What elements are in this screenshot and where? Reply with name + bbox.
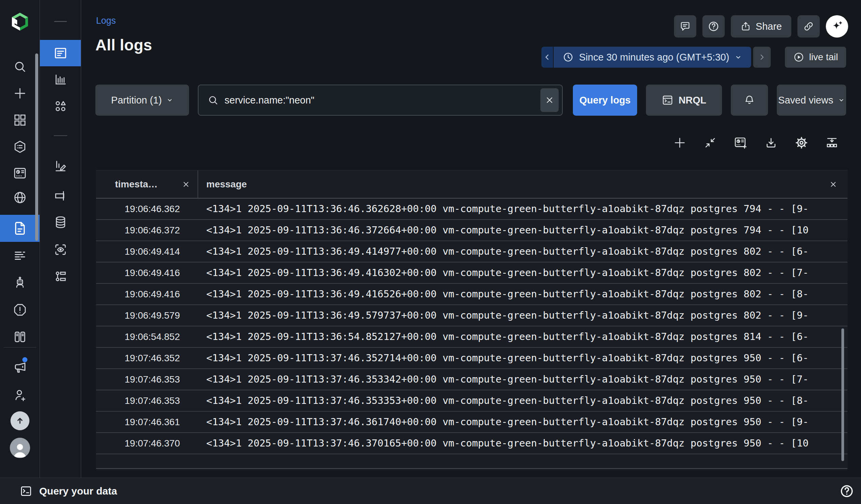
text-cursor-box-icon[interactable]: [40, 188, 81, 204]
rail-divider: [54, 135, 67, 136]
columns-icon[interactable]: [0, 329, 40, 345]
log-row-partial: [96, 454, 847, 469]
share-button[interactable]: Share: [731, 15, 791, 38]
logs-app-rail: [40, 0, 81, 478]
partition-label: Partition (1): [111, 95, 162, 106]
megaphone-icon[interactable]: [0, 359, 40, 376]
time-range-picker[interactable]: Since 30 minutes ago (GMT+5:30): [554, 47, 751, 68]
link-icon[interactable]: [797, 15, 820, 38]
search-icon[interactable]: [0, 58, 40, 75]
query-logs-button[interactable]: Query logs: [573, 84, 637, 116]
log-row[interactable]: 19:06:49.416 <134>1 2025-09-11T13:36:49.…: [96, 284, 847, 305]
log-table: timesta… message 19:06:46.362 <134>1 202…: [96, 170, 847, 470]
alert-octagon-icon[interactable]: [0, 302, 40, 318]
avatar[interactable]: [0, 438, 40, 458]
log-row[interactable]: 19:06:49.416 <134>1 2025-09-11T13:36:49.…: [96, 262, 847, 284]
clock-icon: [562, 51, 574, 63]
column-divider: [197, 171, 198, 198]
cell-timestamp: 19:06:49.416: [96, 262, 197, 283]
list-box-icon[interactable]: [40, 40, 81, 66]
column-header-timestamp[interactable]: timesta…: [96, 179, 197, 190]
robot-icon[interactable]: [0, 275, 40, 291]
breadcrumb[interactable]: Logs: [96, 16, 116, 26]
cell-message: <134>1 2025-09-11T13:36:46.362628+00:00 …: [197, 199, 847, 219]
bar-chart-icon[interactable]: [40, 71, 81, 87]
hexagon-list-icon[interactable]: [0, 139, 40, 155]
chart-pencil-icon[interactable]: [40, 158, 81, 174]
log-search-box[interactable]: [198, 84, 563, 116]
log-row[interactable]: 19:07:46.353 <134>1 2025-09-11T13:37:46.…: [96, 390, 847, 412]
log-row[interactable]: 19:06:46.362 <134>1 2025-09-11T13:36:46.…: [96, 199, 847, 220]
share-label: Share: [756, 21, 782, 32]
log-row[interactable]: 19:06:49.579 <134>1 2025-09-11T13:36:49.…: [96, 305, 847, 326]
column-header-message[interactable]: message: [197, 179, 847, 190]
cell-timestamp: 19:06:49.579: [96, 305, 197, 326]
log-row[interactable]: 19:07:46.361 <134>1 2025-09-11T13:37:46.…: [96, 412, 847, 433]
help-circle-icon[interactable]: [839, 484, 854, 499]
log-table-header: timesta… message: [96, 171, 847, 199]
arrow-up-circle-icon[interactable]: [0, 411, 40, 430]
nrql-button[interactable]: NRQL: [646, 84, 722, 116]
collapse-icon[interactable]: [703, 135, 718, 150]
cell-timestamp: 19:06:49.414: [96, 241, 197, 262]
gear-icon[interactable]: [794, 135, 809, 150]
help-icon[interactable]: [702, 15, 725, 38]
query-logs-label: Query logs: [579, 95, 631, 106]
saved-views-dropdown[interactable]: Saved views: [777, 84, 846, 116]
cell-message: <134>1 2025-09-11T13:37:46.353353+00:00 …: [197, 390, 847, 411]
main-content: Logs All logs Share: [81, 0, 861, 478]
log-row[interactable]: 19:07:46.353 <134>1 2025-09-11T13:37:46.…: [96, 369, 847, 390]
clear-search-icon[interactable]: [541, 88, 559, 112]
notification-dot: [22, 357, 27, 362]
timestamp-column-label: timesta…: [115, 179, 158, 190]
cell-message: <134>1 2025-09-11T13:37:46.352714+00:00 …: [197, 348, 847, 368]
list-lines-icon[interactable]: [0, 248, 40, 264]
plus-icon[interactable]: [0, 85, 40, 101]
top-actions: Share: [674, 15, 848, 38]
person-add-icon[interactable]: [0, 387, 40, 403]
log-row[interactable]: 19:06:46.372 <134>1 2025-09-11T13:36:46.…: [96, 220, 847, 241]
cell-message: <134>1 2025-09-11T13:36:49.579737+00:00 …: [197, 305, 847, 326]
dashboard-icon[interactable]: [0, 165, 40, 181]
table-toolbar: [672, 135, 839, 150]
log-row[interactable]: 19:06:49.414 <134>1 2025-09-11T13:36:49.…: [96, 241, 847, 262]
filter-bar: Partition (1) Query logs NRQL Sa: [95, 84, 846, 116]
grid-icon[interactable]: [0, 112, 40, 128]
live-tail-button[interactable]: live tail: [785, 47, 846, 68]
message-column-label: message: [206, 179, 247, 190]
eye-scan-icon[interactable]: [40, 242, 81, 258]
split-columns-icon[interactable]: [824, 135, 839, 150]
download-icon[interactable]: [764, 135, 778, 150]
database-icon[interactable]: [40, 214, 81, 230]
cell-message: <134>1 2025-09-11T13:36:49.414977+00:00 …: [197, 241, 847, 262]
remove-message-column-icon[interactable]: [829, 180, 837, 188]
primary-nav-rail: [0, 0, 40, 478]
app-window: Logs All logs Share: [0, 0, 861, 504]
logs-document-icon[interactable]: [0, 215, 40, 242]
add-chart-icon[interactable]: [733, 135, 748, 150]
time-forward-button[interactable]: [753, 47, 771, 68]
time-range-label: Since 30 minutes ago (GMT+5:30): [579, 52, 729, 63]
flow-list-icon[interactable]: [40, 268, 81, 285]
rail-divider: [3, 347, 36, 348]
partition-dropdown[interactable]: Partition (1): [95, 84, 189, 116]
search-input[interactable]: [224, 95, 541, 106]
cell-timestamp: 19:07:46.370: [96, 433, 197, 454]
alert-bell-button[interactable]: [731, 84, 768, 116]
remove-timestamp-column-icon[interactable]: [182, 180, 190, 188]
log-table-body: 19:06:46.362 <134>1 2025-09-11T13:36:46.…: [96, 199, 847, 454]
table-scrollbar[interactable]: [842, 328, 844, 461]
query-your-data-label[interactable]: Query your data: [39, 486, 117, 497]
log-row[interactable]: 19:06:54.852 <134>1 2025-09-11T13:36:54.…: [96, 326, 847, 348]
comment-icon[interactable]: [674, 15, 696, 38]
sparkle-icon[interactable]: [826, 15, 848, 38]
cell-timestamp: 19:07:46.352: [96, 348, 197, 368]
log-row[interactable]: 19:07:46.352 <134>1 2025-09-11T13:37:46.…: [96, 348, 847, 369]
globe-icon[interactable]: [0, 189, 40, 206]
shapes-icon[interactable]: [40, 98, 81, 114]
live-tail-label: live tail: [809, 52, 838, 63]
add-column-plus-icon[interactable]: [672, 135, 687, 150]
nav-rail-scrollbar[interactable]: [35, 53, 38, 241]
time-back-button[interactable]: [542, 47, 553, 68]
log-row[interactable]: 19:07:46.370 <134>1 2025-09-11T13:37:46.…: [96, 433, 847, 454]
